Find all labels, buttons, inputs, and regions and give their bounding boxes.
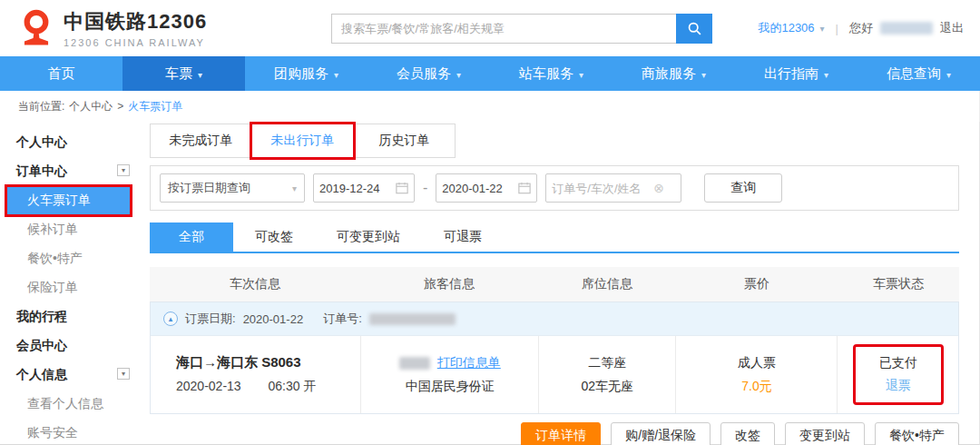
redacted-passenger-name: [399, 357, 430, 370]
my-12306-link[interactable]: 我的12306: [758, 20, 814, 36]
order-details-button[interactable]: 订单详情: [521, 422, 601, 445]
insurance-button[interactable]: 购/赠/退保险: [611, 422, 710, 445]
nav-item-member-services[interactable]: 会员服务▾: [368, 56, 490, 91]
nav-item-business-travel[interactable]: 商旅服务▾: [612, 56, 735, 91]
breadcrumb-separator: >: [117, 100, 123, 113]
tab-history-orders[interactable]: 历史订单: [353, 124, 456, 158]
chevron-down-icon: ▾: [579, 70, 583, 80]
redacted-username: [880, 22, 933, 35]
subtab-all[interactable]: 全部: [150, 222, 233, 252]
depart-date: 2020-02-13: [176, 379, 241, 393]
query-button[interactable]: 查询: [704, 173, 782, 203]
nav-item-tickets[interactable]: 车票▾: [122, 56, 245, 91]
top-header: 中国铁路12306 12306 CHINA RAILWAY 我的12306 ▾ …: [0, 0, 980, 56]
site-search: [331, 14, 712, 44]
main-content: 未完成订单 未出行订单 历史订单 按订票日期查询 ▾ -: [150, 122, 959, 444]
logo[interactable]: 中国铁路12306 12306 CHINA RAILWAY: [16, 7, 207, 49]
header-user-area: 我的12306 ▾ | 您好 退出: [758, 20, 964, 36]
train-info-cell: 海口→海口东 S8063 2020-02-13 06:30 开: [151, 336, 360, 413]
divider: |: [836, 22, 838, 35]
collapse-toggle-icon[interactable]: ▾: [117, 164, 130, 176]
sidebar-item-view-personal-info[interactable]: 查看个人信息: [0, 391, 150, 418]
train-route: 海口→海口东: [176, 354, 258, 370]
filter-subtabs: 全部 可改签 可变更到站 可退票: [150, 222, 959, 253]
rebook-button[interactable]: 改签: [720, 422, 775, 445]
calendar-icon[interactable]: [518, 182, 531, 194]
sidebar-item-member-center[interactable]: 会员中心: [0, 332, 150, 360]
order-actions: 订单详情 购/赠/退保险 改签 变更到站 餐饮•特产: [150, 422, 959, 445]
sidebar-item-personal-info[interactable]: 个人信息 ▾: [0, 361, 150, 389]
order-tabs: 未完成订单 未出行订单 历史订单: [150, 124, 959, 158]
keyword-field: ⊗: [545, 173, 681, 203]
id-document-type: 中国居民身份证: [406, 379, 495, 395]
logo-subtitle: 12306 CHINA RAILWAY: [64, 37, 207, 48]
col-header-seat-info: 席位信息: [538, 276, 676, 292]
col-header-passenger-info: 旅客信息: [360, 276, 538, 292]
nav-item-travel-guide[interactable]: 出行指南▾: [735, 56, 858, 91]
depart-time: 06:30 开: [269, 379, 317, 393]
filter-panel: 按订票日期查询 ▾ -: [150, 165, 959, 211]
keyword-input[interactable]: [552, 182, 653, 195]
search-input[interactable]: [331, 14, 676, 44]
sidebar-item-dining-specialty[interactable]: 餐饮•特产: [0, 245, 150, 272]
col-header-train-info: 车次信息: [150, 276, 360, 292]
ticket-type: 成人票: [738, 355, 776, 371]
logout-link[interactable]: 退出: [940, 20, 964, 36]
collapse-toggle-icon[interactable]: ▾: [117, 368, 130, 380]
nav-item-station-services[interactable]: 站车服务▾: [490, 56, 612, 91]
order-no-label: 订单号:: [323, 311, 362, 327]
date-from-input[interactable]: [319, 182, 392, 195]
status-annotation-box: 已支付 退票: [853, 344, 944, 405]
date-to-input[interactable]: [442, 182, 514, 195]
seat-position: 02车无座: [582, 379, 634, 395]
chevron-down-icon: ▾: [292, 183, 297, 193]
subtab-refundable[interactable]: 可退票: [422, 222, 504, 252]
china-railway-logo-icon: [16, 7, 56, 49]
price-cell: 成人票 7.0元: [675, 336, 837, 413]
tab-upcoming-orders[interactable]: 未出行订单: [251, 124, 354, 158]
sidebar-item-order-center[interactable]: 订单中心 ▾: [0, 158, 150, 185]
date-from-field: [313, 173, 415, 203]
collapse-order-icon[interactable]: ▴: [163, 312, 178, 326]
chevron-down-icon: ▾: [456, 70, 461, 80]
passenger-info-cell: 打印信息单 中国居民身份证: [360, 336, 538, 413]
logo-title: 中国铁路12306: [64, 8, 207, 35]
train-number: S8063: [261, 354, 300, 370]
tab-unfinished-orders[interactable]: 未完成订单: [150, 124, 252, 158]
breadcrumb-prefix: 当前位置:: [18, 99, 64, 114]
nav-item-info-query[interactable]: 信息查询▾: [858, 56, 980, 91]
sidebar-item-waitlist-orders[interactable]: 候补订单: [0, 216, 150, 243]
print-info-sheet-link[interactable]: 打印信息单: [437, 355, 501, 371]
seat-class: 二等座: [588, 355, 626, 371]
nav-item-home[interactable]: 首页: [0, 56, 122, 91]
date-type-select[interactable]: 按订票日期查询 ▾: [160, 173, 305, 203]
nav-item-group-services[interactable]: 团购服务▾: [245, 56, 368, 91]
sidebar-item-insurance-orders[interactable]: 保险订单: [0, 274, 150, 302]
search-button[interactable]: [676, 14, 712, 44]
seat-info-cell: 二等座 02车无座: [538, 336, 675, 413]
clear-input-icon[interactable]: ⊗: [653, 181, 664, 195]
order-detail-row: 海口→海口东 S8063 2020-02-13 06:30 开 打印信息单: [151, 335, 958, 413]
chevron-down-icon[interactable]: ▾: [820, 24, 825, 34]
subtab-changeable[interactable]: 可改签: [233, 222, 315, 252]
col-header-price: 票价: [676, 276, 838, 292]
subtab-destination-changeable[interactable]: 可变更到站: [315, 222, 422, 252]
sidebar-item-account-security[interactable]: 账号安全: [0, 420, 150, 445]
orders-table: 车次信息 旅客信息 席位信息 票价 车票状态 ▴ 订票日期: 2020-01-2…: [150, 267, 959, 414]
redacted-order-number: [369, 313, 456, 325]
change-destination-button[interactable]: 变更到站: [785, 422, 865, 445]
sidebar-item-my-trips[interactable]: 我的行程: [0, 303, 150, 331]
breadcrumb-home[interactable]: 个人中心: [69, 99, 113, 114]
dining-specialty-button[interactable]: 餐饮•特产: [875, 422, 959, 445]
refund-link[interactable]: 退票: [886, 378, 911, 394]
sidebar: 个人中心 订单中心 ▾ 火车票订单 候补订单 餐饮•特产 保险订单 我的行程 会…: [0, 122, 150, 444]
ticket-price: 7.0元: [741, 379, 771, 395]
breadcrumb: 当前位置: 个人中心 > 火车票订单: [0, 91, 980, 122]
sidebar-item-personal-center[interactable]: 个人中心: [0, 129, 150, 156]
breadcrumb-current[interactable]: 火车票订单: [128, 99, 182, 114]
status-cell: 已支付 退票: [837, 336, 958, 413]
chevron-down-icon: ▾: [946, 70, 951, 80]
sidebar-item-train-ticket-orders[interactable]: 火车票订单: [7, 187, 130, 214]
book-date-label: 订票日期:: [185, 311, 236, 327]
calendar-icon[interactable]: [396, 182, 408, 194]
